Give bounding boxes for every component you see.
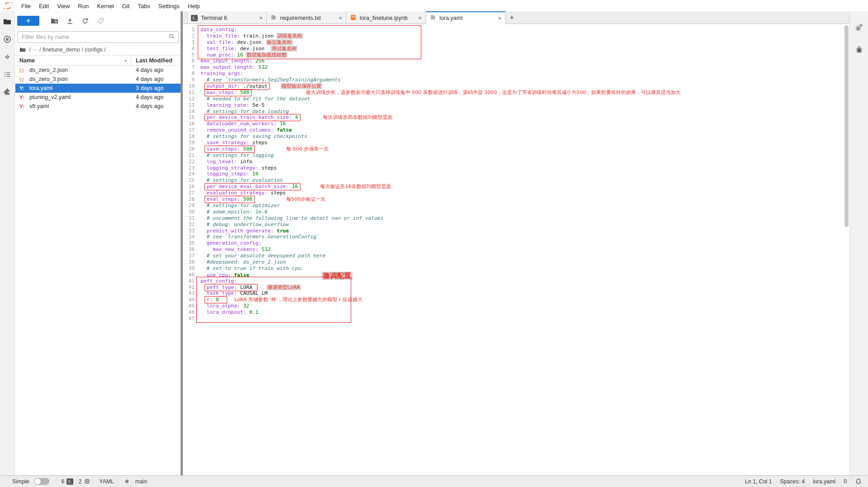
code-line-29: # settings for optimizer [200, 203, 849, 209]
menu-item-view[interactable]: View [53, 3, 74, 9]
code-line-25: # settings for evaluation [200, 177, 849, 184]
line-number: 8 [183, 71, 195, 77]
code-line-11: max_steps: 500最大训练步长，该参数表示最大只选择训练集中 500 … [200, 90, 849, 96]
refresh-icon[interactable] [81, 17, 89, 25]
line-number: 4 [183, 46, 195, 52]
toggle-knob [35, 478, 41, 484]
debugger-bug-icon[interactable] [855, 45, 863, 54]
main-area: $_Terminal 6×requirements.txt×lora_finet… [183, 11, 849, 475]
line-number: 45 [183, 303, 195, 309]
line-number: 29 [183, 203, 195, 209]
yaml-file-icon: Y: [19, 103, 29, 109]
running-sessions-icon[interactable] [3, 35, 11, 43]
menu-item-edit[interactable]: Edit [35, 3, 53, 9]
menu-item-run[interactable]: Run [74, 3, 93, 9]
property-inspector-gears-icon[interactable] [855, 23, 863, 32]
git-branch-name[interactable]: main [135, 478, 148, 485]
menu-item-kernel[interactable]: Kernel [93, 3, 118, 9]
spaces-indicator[interactable]: Spaces: 4 [780, 478, 805, 485]
left-activity-bar [0, 11, 15, 475]
notifications-count[interactable]: 0 [844, 478, 847, 485]
git-icon[interactable] [3, 53, 11, 61]
yaml-file-icon: Y: [19, 85, 29, 91]
annotation-text: 测试集名称 [271, 46, 297, 52]
line-number: 1 [183, 27, 195, 33]
line-number: 46 [183, 309, 195, 316]
git-branch-icon [124, 478, 130, 485]
file-row[interactable]: Y:sft.yaml4 days ago [15, 102, 181, 111]
red-highlight-box: eval_steps: 500 [205, 196, 254, 203]
editor-scrollbar-thumb[interactable] [844, 25, 849, 227]
notebook-icon [350, 14, 357, 22]
line-number: 14 [183, 109, 195, 115]
extensions-puzzle-icon[interactable] [3, 88, 11, 96]
line-number: 44 [183, 297, 195, 303]
column-header-name[interactable]: Name ▲ [15, 57, 131, 64]
cursor-position[interactable]: Ln 1, Col 1 [745, 478, 772, 485]
simple-mode-toggle[interactable] [34, 478, 49, 485]
breadcrumb-segment[interactable]: / [104, 47, 105, 53]
breadcrumb-segment[interactable]: ··· [32, 47, 39, 53]
annotation-text: 每 500 步保存一次 [286, 146, 329, 152]
code-line-32: # debug: underflow_overflow [200, 222, 849, 228]
menu-item-tabs[interactable]: Tabs [134, 3, 154, 9]
upload-icon[interactable] [66, 17, 74, 25]
breadcrumb-segment[interactable]: / [81, 47, 85, 53]
code-line-8: training_args: [200, 71, 849, 77]
yaml-editor[interactable]: 1234567891011121314151617181920212223242… [183, 24, 849, 475]
close-icon[interactable]: × [259, 14, 262, 21]
file-list: {:}ds_zero_2.json4 days ago{:}ds_zero_3.… [15, 66, 181, 111]
line-number: 40 [183, 272, 195, 278]
breadcrumb: / ··· / finetune_demo / configs / [15, 44, 181, 55]
tab-lora-yaml[interactable]: lora.yaml× [426, 11, 506, 24]
code-line-45: lora_alpha: 32 [200, 303, 849, 309]
menu-item-settings[interactable]: Settings [154, 3, 184, 9]
file-row[interactable]: Y:ptuning_v2.yaml4 days ago [15, 93, 181, 102]
table-of-contents-icon[interactable] [3, 71, 11, 79]
jupyter-logo-icon [5, 2, 11, 9]
menu-item-file[interactable]: File [17, 3, 35, 9]
menu-item-git[interactable]: Git [118, 3, 134, 9]
file-row[interactable]: Y:lora.yaml3 days ago [15, 84, 181, 93]
tab-lora-finetune-ipynb[interactable]: lora_finetune.ipynb× [346, 11, 426, 24]
breadcrumb-segment[interactable]: / [39, 47, 43, 53]
new-folder-icon[interactable] [51, 17, 58, 25]
annotation-text: 最大训练步长，该参数表示最大只选择训练集中 500 条数据进行训练，源码中是 3… [306, 90, 681, 95]
line-number: 11 [183, 90, 195, 96]
filter-files-input[interactable] [21, 33, 168, 41]
terminals-indicator[interactable]: 6 $_ [62, 478, 74, 485]
line-number: 17 [183, 127, 195, 133]
line-number: 26 [183, 184, 195, 190]
bell-icon[interactable] [855, 478, 862, 485]
tab-terminal-6[interactable]: $_Terminal 6× [187, 11, 267, 24]
breadcrumb-segment[interactable]: / [29, 47, 32, 53]
breadcrumb-segment[interactable]: finetune_demo [43, 47, 81, 53]
close-icon[interactable]: × [339, 14, 342, 21]
folder-icon[interactable] [3, 18, 11, 26]
code-line-34: # see `transformers.GenerationConfig` [200, 234, 849, 240]
file-list-header: Name ▲ Last Modified [15, 55, 181, 66]
new-tab-button[interactable]: + [506, 12, 518, 24]
terminal-icon: $_ [67, 478, 73, 485]
tab-requirements-txt[interactable]: requirements.txt× [267, 11, 346, 24]
code-line-37: # set your absolute deepspeed path here [200, 253, 849, 259]
breadcrumb-segment[interactable]: configs [85, 47, 104, 53]
close-icon[interactable]: × [418, 14, 422, 21]
close-icon[interactable]: × [498, 15, 501, 22]
file-row[interactable]: {:}ds_zero_2.json4 days ago [15, 66, 181, 75]
annotation-text: 微调类型LoRA [267, 284, 300, 290]
annotation-text: LoRA 关键参数 '秩'，理论上参数量越大的模型 r 应该越大 [234, 297, 362, 303]
code-line-17: remove_unused_columns: false [200, 127, 849, 133]
menu-item-help[interactable]: Help [184, 3, 204, 9]
new-launcher-button[interactable]: + [17, 16, 39, 26]
breadcrumb-folder-icon[interactable] [19, 47, 26, 53]
file-row[interactable]: {:}ds_zero_3.json4 days ago [15, 75, 181, 84]
line-number: 2 [183, 33, 195, 39]
line-number: 13 [183, 102, 195, 109]
column-header-modified[interactable]: Last Modified [131, 56, 181, 65]
language-mode[interactable]: YAML [99, 478, 114, 485]
annotation-text: 每次训练丢四条数据到模型里面 [323, 114, 393, 120]
line-number: 34 [183, 234, 195, 240]
tag-icon[interactable] [97, 17, 105, 25]
kernels-indicator[interactable]: 2 [78, 478, 91, 485]
